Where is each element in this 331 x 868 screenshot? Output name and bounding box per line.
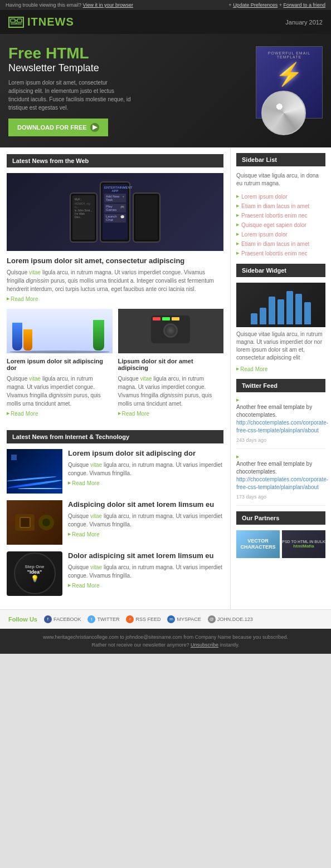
sidebar-link-6[interactable]: Etiam in diam lacus in amet: [241, 241, 309, 247]
article2-body: Quisque vitae ligula arcu, in rutrum mag…: [7, 374, 113, 408]
list-item: Lorem ipsum dolor: [236, 230, 325, 239]
rss-icon: r: [126, 615, 134, 623]
header-date: January 2012: [285, 19, 323, 26]
sidebar-link-7[interactable]: Praesent lobortis enim nec: [241, 250, 307, 257]
separator: +: [228, 2, 233, 8]
partners-section: VECTOR CHARACTERS PSD TO HTML IN BULK ht…: [236, 530, 325, 558]
tech-article2-link[interactable]: vitae: [90, 513, 102, 519]
tech-section: Latest News from Internet & Technology L…: [7, 430, 223, 596]
twitter-social[interactable]: t TWITTER: [87, 615, 119, 623]
tech-article1-read-more[interactable]: Read More: [68, 480, 223, 486]
phone-center: ENTERTAINMENT APP Add New Task+ Play Gam…: [100, 181, 130, 243]
facebook-social[interactable]: f FACEBOOK: [44, 615, 81, 623]
rss-social[interactable]: r RSS FEED: [126, 615, 160, 623]
article2-title: Lorem ipsum dolor sit adipiscing dor: [7, 358, 113, 371]
follow-label: Follow Us: [8, 616, 37, 623]
facebook-icon: f: [44, 615, 52, 623]
twitter-link-2[interactable]: http://chocotemplates.com/corporate-free…: [236, 476, 328, 490]
list-item: Praesent lobortis enim nec: [236, 211, 325, 220]
partner1-image: VECTOR CHARACTERS: [236, 530, 280, 558]
email-label: JOHN.DOE.123: [217, 617, 253, 622]
phone-mockup: MyF... HOWDY, my n... is John Smit... I'…: [70, 181, 160, 243]
tech-article3: Step One "Idea" 💡 Dolor adispicing sit a…: [7, 551, 223, 596]
myspace-social[interactable]: m MYSPACE: [167, 615, 201, 623]
hero-title-green: Free HTML: [8, 45, 131, 62]
sidebar-link-4[interactable]: Quisque eget sapien dolor: [241, 222, 306, 228]
twitter-item-1: Another free email template by chocotemp…: [236, 398, 325, 449]
svg-rect-1: [17, 19, 22, 22]
email-icon: @: [208, 615, 216, 623]
news-hero-image: MyF... HOWDY, my n... is John Smit... I'…: [7, 173, 223, 251]
follow-bar: Follow Us f FACEBOOK t TWITTER r RSS FEE…: [0, 609, 331, 629]
sidebar-list-items: Lorem ipsum dolor Etiam in diam lacus in…: [236, 192, 325, 258]
lightning-icon: ⚡: [275, 61, 303, 87]
twitter-icon: t: [87, 615, 95, 623]
myspace-icon: m: [167, 615, 175, 623]
right-column: Sidebar List Quisque vitae ligula arcu, …: [231, 147, 331, 609]
article1-body: Quisque vitae ligula arcu, in rutrum mag…: [7, 268, 223, 293]
article3-link[interactable]: vitae: [140, 376, 152, 382]
sidebar-link-2[interactable]: Etiam in diam lacus in amet: [241, 203, 309, 209]
footer-unsub-after: instantly.: [220, 642, 240, 648]
step-one-text: Step One: [25, 564, 44, 569]
left-column: Latest News from the Web MyF... HOWDY, m…: [0, 147, 231, 609]
tech-article2-read-more[interactable]: Read More: [68, 531, 223, 537]
article1-read-more[interactable]: Read More: [7, 296, 223, 302]
tech-article2-title: Adispicing dolor sit amet lorem limsum e…: [68, 500, 223, 509]
article2-container: Lorem ipsum dolor sit adipiscing dor Qui…: [7, 309, 113, 423]
article2-read-more[interactable]: Read More: [7, 411, 113, 417]
tech-article3-read-more[interactable]: Read More: [68, 583, 223, 589]
sidebar-link-1[interactable]: Lorem ipsum dolor: [241, 194, 288, 200]
idea-text: "Idea": [27, 569, 42, 575]
facebook-label: FACEBOOK: [53, 617, 81, 622]
list-item: Praesent lobortis enim nec: [236, 249, 325, 258]
sidebar-link-3[interactable]: Praesent lobortis enim nec: [241, 213, 307, 219]
hero-image: POWERFUL EMAIL TEMPLATE ⚡: [211, 46, 323, 135]
widget-link[interactable]: vitae: [259, 331, 270, 337]
tech-article2-image: [7, 500, 62, 545]
update-prefs-link[interactable]: Update Preferences: [233, 2, 278, 8]
twitter-text-2: Another free email template by chocotemp…: [236, 460, 325, 491]
tech-article3-link[interactable]: vitae: [90, 564, 102, 570]
article2-link[interactable]: vitae: [29, 376, 41, 382]
partners-header: Our Partners: [236, 511, 325, 525]
play-icon: ▶: [90, 123, 99, 132]
partner2-image: PSD TO HTML IN BULK htmlMafia: [282, 530, 325, 558]
tech-article1-link[interactable]: vitae: [90, 462, 102, 468]
download-button[interactable]: DOWNLOAD FOR FREE ▶: [8, 119, 108, 136]
twitter-item-2: Another free email template by chocotemp…: [236, 455, 325, 506]
view-in-browser-link[interactable]: View it in your browser: [83, 2, 133, 8]
footer-to-email: to johndoe@sitesname.com from Company Na…: [120, 634, 288, 640]
list-item: Etiam in diam lacus in amet: [236, 239, 325, 249]
twitter-link-1[interactable]: http://chocotemplates.com/corporate-free…: [236, 420, 328, 433]
cd-disc: [261, 91, 306, 135]
hero-description: Lorem ipsum dolor sit amet, consectetur …: [8, 78, 131, 112]
widget-desc: Quisque vitae ligula arcu, in rutrum mag…: [236, 331, 325, 362]
header: ITNEWS January 2012: [0, 10, 331, 34]
myspace-label: MYSPACE: [177, 617, 201, 622]
tech-article3-title: Dolor adispicing sit amet lorem limsum e…: [68, 551, 223, 560]
tech-article3-text: Dolor adispicing sit amet lorem limsum e…: [68, 551, 223, 595]
latest-news-header: Latest News from the Web: [7, 154, 223, 167]
hero-section: Free HTML Newsletter Template Lorem ipsu…: [0, 34, 331, 147]
tech-article3-image: Step One "Idea" 💡: [7, 551, 62, 596]
footer: www.heritagechristiancollege.com to john…: [0, 629, 331, 654]
sidebar-link-5[interactable]: Lorem ipsum dolor: [241, 231, 288, 238]
tech-article2-text: Adispicing dolor sit amet lorem limsum e…: [68, 500, 223, 544]
twitter-time-1: 243 days ago: [236, 437, 266, 443]
twitter-feed-header: Twitter Feed: [236, 379, 325, 392]
footer-unsub-link[interactable]: Unsubscribe: [191, 642, 218, 648]
twitter-time-2: 173 days ago: [236, 494, 266, 500]
rss-label: RSS FEED: [135, 617, 160, 622]
email-social[interactable]: @ JOHN.DOE.123: [208, 615, 253, 623]
forward-link[interactable]: Forward to a friend: [283, 2, 325, 8]
widget-read-more[interactable]: Read More: [236, 366, 325, 372]
main-content: Latest News from the Web MyF... HOWDY, m…: [0, 147, 331, 609]
tech-article1-image: [7, 449, 62, 494]
article3-read-more[interactable]: Read More: [118, 411, 224, 417]
article1-link[interactable]: vitae: [29, 269, 41, 275]
tech-article3-body: Quisque vitae ligula arcu, in rutrum mag…: [68, 563, 223, 580]
sidebar-list: Quisque vitae ligula arcu, in dona eu ru…: [236, 172, 325, 258]
article3-body: Quisque vitae ligula arcu, in rutrum mag…: [118, 374, 224, 408]
tech-article2-body: Quisque vitae ligula arcu, in rutrum mag…: [68, 512, 223, 529]
